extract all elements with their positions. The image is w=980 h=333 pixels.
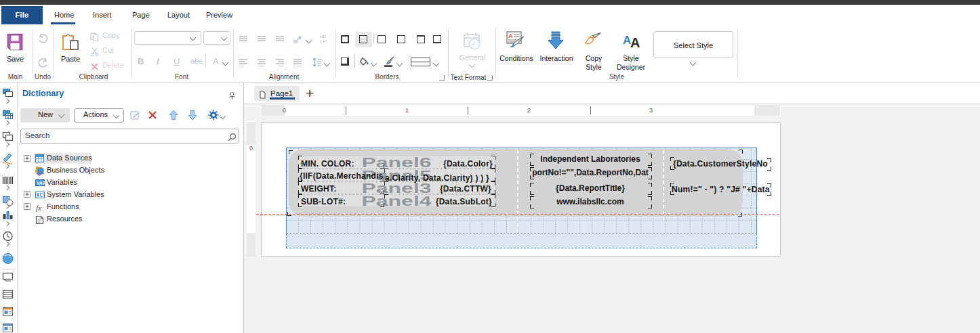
svg-text:A: A [508, 32, 513, 39]
svg-text:VAR: VAR [37, 181, 46, 185]
svg-text:A: A [630, 35, 640, 49]
svg-text:fx: fx [36, 204, 41, 212]
